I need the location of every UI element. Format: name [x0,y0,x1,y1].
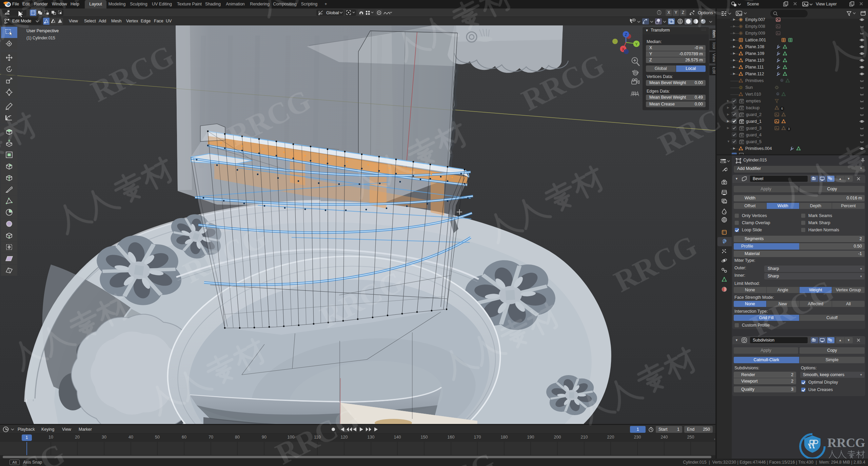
svg-text:User Perspective: User Perspective [26,28,59,33]
svg-text:Y: Y [635,42,638,46]
svg-text:(1) Cylinder.015: (1) Cylinder.015 [26,36,55,40]
svg-text:Z: Z [625,33,627,37]
svg-text:RRCG: RRCG [827,435,865,450]
